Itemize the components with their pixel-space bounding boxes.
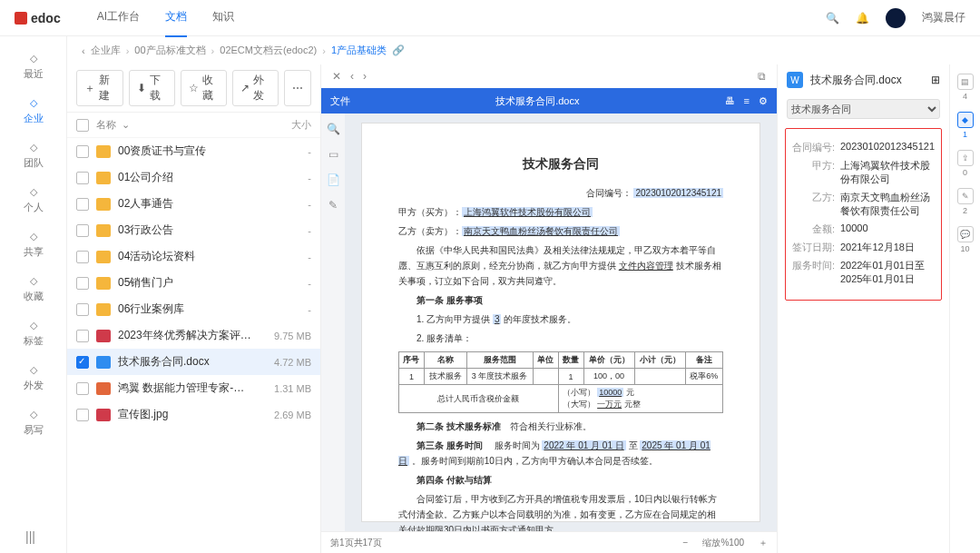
crumb-2[interactable]: 02ECM文档云(edoc2) — [220, 44, 317, 57]
file-row[interactable]: 06行业案例库- — [67, 296, 320, 322]
sort-icon[interactable]: ⌄ — [122, 119, 130, 131]
row-checkbox[interactable] — [76, 198, 89, 211]
zoom-in-icon[interactable]: ＋ — [759, 537, 768, 549]
crumb-3[interactable]: 1产品基础类 — [331, 44, 387, 57]
meta-key: 合同编号: — [791, 141, 835, 154]
rail-item[interactable]: ⇪0 — [957, 150, 974, 177]
file-size: - — [260, 278, 311, 289]
collapse-icon[interactable]: ||| — [25, 529, 35, 544]
copy-icon[interactable]: ⧉ — [758, 70, 766, 83]
rail-item[interactable]: ◆1 — [957, 112, 974, 139]
meta-grid-icon[interactable]: ⊞ — [931, 74, 940, 86]
rail-item[interactable]: ✎2 — [957, 188, 974, 215]
tbl-header: 名称 — [424, 352, 466, 369]
file-row[interactable]: 05销售门户- — [67, 270, 320, 296]
select-all-checkbox[interactable] — [76, 119, 89, 132]
menu-icon[interactable]: ≡ — [744, 95, 750, 106]
leftnav-label: 易写 — [24, 423, 44, 437]
logo: edoc — [15, 11, 61, 25]
tbl-cell: 1 — [558, 369, 583, 385]
row-checkbox[interactable] — [76, 382, 89, 395]
label-contract-no: 合同编号： — [586, 188, 632, 198]
back-icon[interactable]: ‹ — [82, 45, 85, 56]
row-checkbox[interactable] — [76, 251, 89, 263]
nav-knowledge[interactable]: 知识 — [212, 0, 234, 37]
username[interactable]: 鸿翼晨仔 — [922, 10, 965, 25]
nav-ai[interactable]: AI工作台 — [97, 0, 140, 37]
col-name[interactable]: 名称 — [96, 118, 116, 132]
zoom-out-icon[interactable]: − — [683, 538, 689, 548]
download-button[interactable]: ⬇ 下载 — [129, 70, 175, 106]
leftnav-user[interactable]: ◇个人 — [0, 177, 66, 222]
leftnav-label: 外发 — [24, 379, 44, 392]
brand-text: edoc — [31, 11, 61, 25]
file-name: 2023年终优秀解决方案评选.jpg — [118, 328, 253, 343]
leftnav-label: 团队 — [24, 156, 44, 170]
row-checkbox[interactable] — [76, 277, 89, 290]
leftnav-users[interactable]: ◇团队 — [0, 133, 66, 177]
leftnav-clock[interactable]: ◇最近 — [0, 44, 66, 88]
crumb-1[interactable]: 00产品标准文档 — [134, 44, 205, 57]
tbl-total-label: 总计人民币含税价金额 — [399, 385, 559, 413]
outsend-button[interactable]: ↗ 外发 — [232, 70, 279, 106]
page-icon[interactable]: 📄 — [327, 173, 340, 186]
leftnav-share[interactable]: ◇共享 — [0, 222, 66, 266]
leftnav-send[interactable]: ◇外发 — [0, 355, 66, 400]
file-row[interactable]: 鸿翼 数据能力管理专家-中国ECM领导者.pptx1.31 MB — [67, 375, 320, 401]
leftnav-layers[interactable]: ◇易写 — [0, 400, 66, 444]
row-checkbox[interactable] — [76, 356, 89, 369]
nav-docs[interactable]: 文档 — [165, 0, 187, 37]
close-icon[interactable]: ✕ — [332, 70, 341, 83]
file-size: 1.31 MB — [260, 383, 311, 394]
file-row[interactable]: 02人事通告- — [67, 191, 320, 217]
file-row[interactable]: 宣传图.jpg2.69 MB — [67, 401, 320, 428]
leftnav-star[interactable]: ◇收藏 — [0, 266, 66, 311]
s3-a: 服务时间为 — [495, 440, 540, 450]
print-icon[interactable]: 🖶 — [725, 95, 735, 106]
rail-item[interactable]: 💬10 — [957, 226, 974, 253]
more-button[interactable]: ⋯ — [284, 70, 311, 106]
left-nav: ◇最近◇企业◇团队◇个人◇共享◇收藏◇标签◇外发◇易写 — [0, 36, 67, 553]
file-row[interactable]: 00资质证书与宣传- — [67, 138, 320, 164]
file-size: 2.69 MB — [260, 410, 311, 420]
fav-button[interactable]: ☆ 收藏 — [181, 70, 227, 106]
leftnav-cube[interactable]: ◇企业 — [0, 88, 66, 133]
row-checkbox[interactable] — [76, 172, 89, 184]
s1-b: 的年度技术服务。 — [504, 314, 576, 324]
tag-icon: ◇ — [26, 318, 41, 332]
doc-tab[interactable]: 文件 — [330, 94, 350, 108]
fit-icon[interactable]: ▭ — [328, 148, 338, 161]
file-row[interactable]: 2023年终优秀解决方案评选.jpg9.75 MB — [67, 322, 320, 349]
row-checkbox[interactable] — [76, 145, 89, 158]
settings-icon[interactable]: ⚙ — [759, 95, 768, 107]
row-checkbox[interactable] — [76, 409, 89, 421]
bell-icon[interactable]: 🔔 — [856, 12, 869, 25]
leftnav-label: 企业 — [24, 112, 44, 125]
file-size: - — [260, 173, 311, 183]
next-icon[interactable]: › — [363, 70, 367, 83]
file-name: 05销售门户 — [118, 275, 253, 291]
row-checkbox[interactable] — [76, 303, 89, 316]
meta-type-select[interactable]: 技术服务合同 — [787, 99, 940, 119]
avatar[interactable] — [886, 8, 906, 28]
file-row[interactable]: 技术服务合同.docx4.72 MB — [67, 349, 320, 375]
file-row[interactable]: 03行政公告- — [67, 217, 320, 243]
row-checkbox[interactable] — [76, 224, 89, 237]
leftnav-tag[interactable]: ◇标签 — [0, 311, 66, 355]
file-row[interactable]: 04活动论坛资料- — [67, 243, 320, 270]
edit-icon[interactable]: ✎ — [328, 199, 338, 212]
new-button[interactable]: ＋ 新建 — [76, 70, 123, 106]
meta-filename: 技术服务合同.docx — [810, 73, 924, 88]
row-checkbox[interactable] — [76, 330, 89, 342]
prev-icon[interactable]: ‹ — [350, 70, 354, 83]
file-row[interactable]: 01公司介绍- — [67, 164, 320, 191]
file-type-icon — [96, 409, 111, 421]
rail-item[interactable]: ▤4 — [957, 74, 974, 101]
search-icon[interactable]: 🔍 — [826, 12, 839, 25]
crumb-0[interactable]: 企业库 — [91, 44, 121, 57]
col-size[interactable]: 大小 — [260, 118, 311, 132]
list-header: 名称 ⌄ 大小 — [67, 113, 320, 138]
zoom-icon[interactable]: 🔍 — [327, 123, 340, 135]
link-icon[interactable]: 🔗 — [392, 44, 405, 56]
file-name: 02人事通告 — [118, 196, 253, 212]
